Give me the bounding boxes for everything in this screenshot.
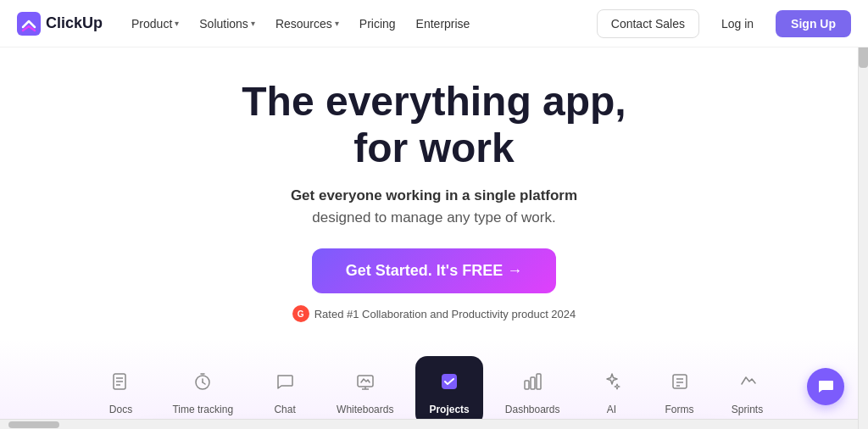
login-button[interactable]: Log in [708, 10, 767, 37]
svg-line-7 [203, 382, 205, 384]
svg-rect-13 [525, 381, 529, 389]
nav-left: ClickUp Product ▾ Solutions ▾ Resources … [17, 12, 478, 36]
nav-item-resources[interactable]: Resources ▾ [267, 12, 348, 36]
tab-forms[interactable]: Forms [650, 356, 709, 426]
nav-item-enterprise[interactable]: Enterprise [408, 12, 479, 36]
vertical-scrollbar[interactable] [858, 0, 868, 429]
nav-item-solutions[interactable]: Solutions ▾ [191, 12, 264, 36]
chat-icon [270, 366, 300, 397]
forms-icon [665, 366, 695, 397]
svg-rect-14 [531, 377, 535, 389]
navbar: ClickUp Product ▾ Solutions ▾ Resources … [0, 0, 868, 47]
tab-whiteboards[interactable]: Whiteboards [323, 356, 407, 426]
time-tracking-label: Time tracking [172, 404, 233, 415]
svg-rect-15 [537, 374, 541, 389]
logo[interactable]: ClickUp [17, 12, 103, 36]
tab-dashboards[interactable]: Dashboards [492, 356, 574, 426]
hero-section: The everything app, for work Get everyon… [0, 47, 868, 339]
dashboards-label: Dashboards [505, 404, 560, 415]
g2-badge: G Rated #1 Collaboration and Productivit… [17, 305, 851, 322]
ai-icon [597, 366, 627, 397]
tab-sprints[interactable]: Sprints [718, 356, 777, 426]
ai-label: AI [607, 404, 616, 415]
time-tracking-icon [187, 366, 218, 397]
whiteboards-label: Whiteboards [337, 404, 393, 415]
svg-rect-0 [17, 12, 41, 36]
sprints-label: Sprints [732, 404, 763, 415]
hero-headline: The everything app, for work [17, 78, 851, 171]
chevron-down-icon: ▾ [335, 19, 339, 28]
nav-item-pricing[interactable]: Pricing [351, 12, 404, 36]
docs-label: Docs [109, 404, 132, 415]
logo-text: ClickUp [46, 14, 103, 32]
horizontal-scrollbar[interactable] [0, 419, 858, 429]
docs-icon [105, 366, 136, 397]
chevron-down-icon: ▾ [251, 19, 255, 28]
dashboards-icon [517, 366, 548, 397]
nav-right: Contact Sales Log in Sign Up [597, 9, 851, 38]
contact-sales-button[interactable]: Contact Sales [597, 9, 699, 38]
tab-ai[interactable]: AI [582, 356, 642, 426]
chat-label: Chat [274, 404, 295, 415]
signup-button[interactable]: Sign Up [776, 10, 851, 37]
nav-links: Product ▾ Solutions ▾ Resources ▾ Pricin… [123, 12, 478, 36]
chat-fab-icon [816, 377, 835, 396]
projects-label: Projects [429, 404, 469, 415]
nav-item-product[interactable]: Product ▾ [123, 12, 187, 36]
scrollbar-bottom-thumb[interactable] [8, 421, 59, 428]
forms-label: Forms [665, 404, 694, 415]
logo-icon [17, 12, 41, 36]
feature-tabs: Docs Time tracking Chat Whiteboards Proj… [0, 339, 868, 429]
tab-docs[interactable]: Docs [91, 356, 150, 426]
tab-chat[interactable]: Chat [255, 356, 314, 426]
whiteboards-icon [350, 366, 381, 397]
tab-time-tracking[interactable]: Time tracking [159, 356, 247, 426]
cta-button[interactable]: Get Started. It's FREE → [312, 248, 556, 293]
projects-icon [434, 366, 465, 397]
chevron-down-icon: ▾ [175, 19, 179, 28]
hero-subtitle: Get everyone working in a single platfor… [17, 185, 851, 228]
g2-icon: G [292, 305, 309, 322]
tab-projects[interactable]: Projects [415, 356, 482, 426]
chat-fab-button[interactable] [807, 368, 844, 405]
sprints-icon [732, 366, 763, 397]
